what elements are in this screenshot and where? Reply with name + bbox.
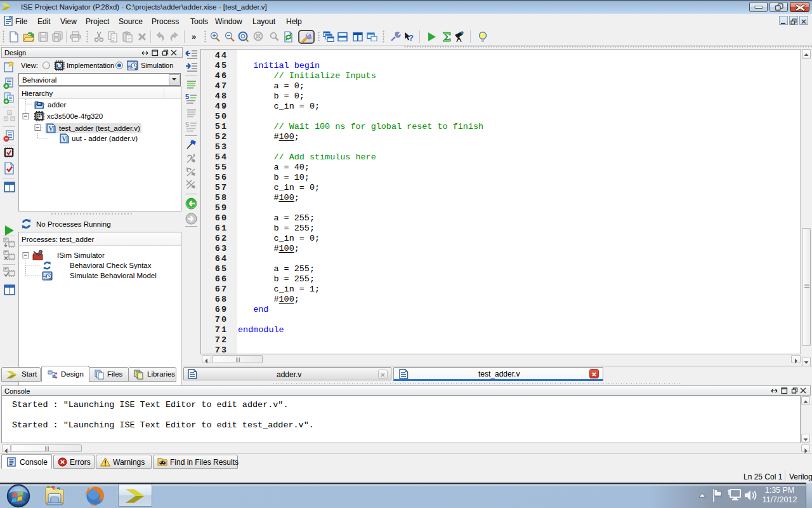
svg-text:5: 5: [185, 121, 189, 128]
svg-text:xc3s500e-4fg320: xc3s500e-4fg320: [47, 112, 103, 120]
svg-text:?: ?: [409, 33, 414, 43]
svg-text:adder: adder: [48, 101, 67, 109]
svg-text:Behavioral Check Syntax: Behavioral Check Syntax: [70, 262, 152, 269]
svg-text:uut - adder (adder.v): uut - adder (adder.v): [72, 135, 138, 142]
svg-text:V: V: [62, 135, 67, 142]
svg-text:ISim Simulator: ISim Simulator: [57, 251, 105, 259]
svg-text:Simulate Behavioral Model: Simulate Behavioral Model: [70, 272, 157, 279]
svg-text:5: 5: [185, 93, 189, 100]
svg-text:ISim: ISim: [43, 276, 50, 280]
svg-text:ISim: ISim: [128, 67, 135, 70]
svg-text:test_adder (test_adder.v): test_adder (test_adder.v): [59, 124, 140, 132]
svg-text:V: V: [49, 125, 54, 132]
